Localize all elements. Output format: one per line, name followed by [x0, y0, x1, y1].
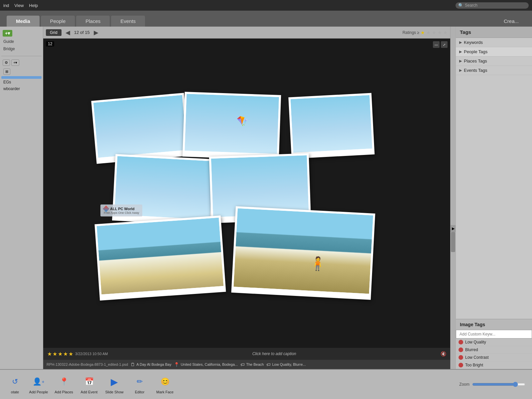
image-controls: — ⤢ [433, 41, 448, 48]
rotate-icon: ↺ [8, 375, 22, 389]
menu-view[interactable]: View [14, 3, 24, 8]
tag2-icon: 🏷 [266, 362, 271, 367]
events-tags-label: Events Tags [464, 68, 487, 73]
rotate-label: otate [11, 390, 19, 394]
places-tags-label: Places Tags [464, 59, 487, 64]
grid-icon-button[interactable]: ⊞ [3, 68, 10, 75]
star-1[interactable]: ★ [421, 30, 425, 35]
tab-media[interactable]: Media [7, 16, 40, 27]
mark-face-button[interactable]: 😊 Mark Face [155, 375, 175, 394]
tag-section-keywords[interactable]: ▶ Keywords [456, 38, 532, 47]
tab-places[interactable]: Places [76, 16, 110, 27]
image-caption[interactable]: Click here to add caption [110, 351, 439, 356]
menu-help[interactable]: Help [29, 3, 38, 8]
fullscreen-button[interactable]: ⤢ [441, 41, 448, 48]
editor-button[interactable]: ✏ Editor [130, 375, 150, 394]
gear-button[interactable]: ⚙ [3, 60, 10, 66]
right-panel-header: Tags [456, 27, 532, 38]
panel-gear-row: ⚙ +▾ [1, 58, 42, 67]
keyword-arrow-icon: ▶ [459, 40, 462, 45]
tag-label-low-contrast: Low Contrast [465, 355, 489, 360]
mark-face-label: Mark Face [156, 390, 174, 394]
add-event-button[interactable]: 📅 Add Event [79, 375, 99, 394]
rating-star-2[interactable]: ★ [53, 351, 57, 357]
tag2-label: Low Quality, Blurre... [272, 362, 306, 366]
rating-star-4[interactable]: ★ [63, 351, 68, 357]
tag-dot-icon [459, 340, 463, 344]
person-figure: 🧍 [309, 255, 327, 272]
zoom-slider[interactable] [472, 382, 525, 387]
count-display: 12 of 15 [74, 30, 90, 35]
tag-dot-lowcontrast-icon [459, 355, 463, 360]
photo-card-1 [91, 93, 189, 164]
tag-section-people[interactable]: ▶ People Tags [456, 47, 532, 57]
search-box[interactable]: 🔍 [456, 2, 529, 9]
panel-add2-button[interactable]: +▾ [11, 60, 19, 66]
nav-prev-button[interactable]: ◀ [64, 29, 72, 36]
photo-card-2: 🪁 [183, 92, 281, 160]
star-2[interactable]: ★ [426, 30, 431, 35]
add-places-button[interactable]: 📍 Add Places [54, 375, 74, 394]
metadata-bar: RPH-130322-Adobe-Bodega-8873-1_edited-1.… [43, 360, 450, 369]
meta-chip-event[interactable]: 🗒 A Day At Bodega Bay [131, 362, 171, 367]
image-filename: RPH-130322-Adobe-Bodega-8873-1_edited-1.… [47, 362, 128, 366]
rating-star-5[interactable]: ★ [68, 351, 73, 357]
grid-button[interactable]: Grid [46, 29, 62, 36]
scroll-bar[interactable]: ▶ [450, 27, 456, 369]
tag-chip-low-quality: Low Quality [456, 338, 532, 346]
event-label: A Day At Bodega Bay [136, 362, 171, 366]
panel-item-active[interactable] [1, 76, 42, 79]
watermark: ALL PC World Free Apps One Click Away [100, 204, 142, 216]
zoom-out-button[interactable]: — [433, 41, 440, 48]
photo-card-7: 🧍 [231, 206, 375, 300]
photo-card-3 [288, 93, 374, 159]
tab-events[interactable]: Events [111, 16, 145, 27]
scroll-thumb[interactable] [451, 232, 455, 252]
tab-people[interactable]: People [41, 16, 75, 27]
left-panel-add-row: +▾ [1, 29, 42, 38]
star-4[interactable]: ★ [438, 30, 442, 35]
panel-expand-button[interactable]: ▶ [451, 225, 456, 232]
places-tags-arrow-icon: ▶ [459, 59, 462, 63]
people-tags-arrow-icon: ▶ [459, 50, 462, 54]
tab-create[interactable]: Crea... [497, 16, 525, 27]
panel-item-bridge[interactable]: Bridge [1, 45, 42, 53]
watermark-title: ALL PC World [110, 207, 135, 211]
rating-star-1[interactable]: ★ [47, 351, 52, 357]
menu-find[interactable]: ind [3, 3, 9, 8]
tabs-bar: Media People Places Events Crea... [0, 11, 532, 27]
tag-section-places[interactable]: ▶ Places Tags [456, 57, 532, 66]
panel-item-guide[interactable]: Guide [1, 38, 42, 45]
meta-chip-location[interactable]: 📍 United States, California, Bodega... [174, 362, 238, 367]
add-people-button[interactable]: 👤+ Add People [29, 375, 49, 394]
tag1-label: The Beach [246, 362, 264, 366]
search-input[interactable] [465, 3, 525, 8]
tag-section-events[interactable]: ▶ Events Tags [456, 66, 532, 75]
nav-next-button[interactable]: ▶ [92, 29, 100, 36]
slide-show-label: Slide Show [105, 390, 123, 394]
panel-section: ⚙ +▾ ⊞ EGs wboarder [1, 56, 42, 92]
add-event-label: Add Event [81, 390, 98, 394]
star-5[interactable]: ★ [443, 30, 448, 35]
rotate-button[interactable]: ↺ otate [7, 375, 23, 394]
meta-chip-tag2[interactable]: 🏷 Low Quality, Blurre... [266, 362, 306, 367]
sound-icon[interactable]: 🔇 [441, 351, 446, 356]
star-3[interactable]: ★ [432, 30, 436, 35]
panel-tag-egs[interactable]: EGs [1, 79, 42, 85]
image-info-bar: ★ ★ ★ ★ ★ 3/22/2013 10:50 AM Click here … [43, 348, 450, 360]
kite-icon: 🪁 [236, 115, 248, 127]
center-area: Grid ◀ 12 of 15 ▶ Ratings ≥ ★ ★ ★ ★ ★ 12… [43, 27, 450, 369]
meta-chip-tag1[interactable]: 🏷 The Beach [240, 362, 264, 367]
rating-star-3[interactable]: ★ [58, 351, 63, 357]
add-keyword-input[interactable] [456, 330, 532, 338]
image-tags-header: Image Tags [456, 319, 532, 330]
photo-card-6 [94, 215, 226, 301]
panel-tag-wboarder[interactable]: wboarder [1, 85, 42, 92]
slide-show-button[interactable]: ▶ Slide Show [104, 375, 124, 394]
tag-label-blurred: Blurred [465, 347, 478, 352]
event-icon: 🗒 [131, 362, 135, 367]
image-tags-section: Image Tags Low Quality Blurred Low Contr… [456, 319, 532, 369]
menu-bar: ind View Help 🔍 [0, 0, 532, 11]
bottom-toolbar: ↺ otate 👤+ Add People 📍 Add Places 📅 Add… [0, 369, 532, 399]
add-button[interactable]: +▾ [3, 30, 12, 37]
